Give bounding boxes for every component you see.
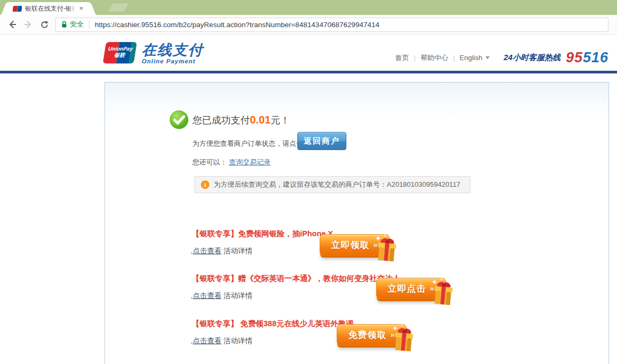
tab-title: 银联在线支付-银行卡综合 [25, 4, 76, 13]
logo-subtitle: Online Payment [142, 58, 204, 64]
tab-close-icon[interactable]: × [77, 4, 85, 13]
promo-title: 【银联专享】 免费领388元在线少儿英语外教课 [192, 319, 354, 329]
nav-separator: | [453, 54, 454, 62]
browser-tab[interactable]: 银联在线支付-银行卡综合 × [9, 2, 88, 15]
query-transactions-link[interactable]: 查询交易记录 [229, 158, 271, 166]
also-line: 您还可以： 查询交易记录 [192, 158, 271, 167]
info-icon: i [201, 180, 209, 189]
secure-badge[interactable]: 安全 [61, 20, 84, 29]
unionpay-favicon-icon [12, 6, 22, 12]
merchant-hint: 为方便您查看商户订单状态，请点击 [192, 139, 303, 148]
order-notice-text: 为方便后续查询交易，建议留存该笔交易的商户订单号：A20180103095942… [214, 180, 460, 189]
promo-detail-link[interactable]: ,点击查看 [191, 337, 222, 345]
site-header: UnionPay 银联 在线支付 Online Payment 首页 | 帮助中… [0, 35, 617, 71]
promo-title: 【银联专享】赠《交际英语一本通》，教你如何变身社交达人 [192, 274, 401, 284]
payment-amount: 0.01 [250, 114, 271, 126]
promo-detail-link[interactable]: ,点击查看 [191, 292, 222, 300]
url-text[interactable]: https://cashier.95516.com/b2c/payResult.… [95, 21, 379, 29]
success-message: 您已成功支付0.01元！ [192, 114, 290, 127]
address-bar[interactable]: 安全 https://cashier.95516.com/b2c/payResu… [55, 18, 608, 32]
new-tab-button[interactable] [107, 3, 129, 12]
header-nav: 首页 | 帮助中心 | English 24小时客服热线 95516 [395, 49, 608, 66]
nav-separator: | [414, 54, 416, 62]
promo-link-line: ,点击查看 活动详情 [191, 246, 253, 256]
logo-title: 在线支付 [142, 42, 204, 58]
return-to-merchant-button[interactable]: 返回商户 [297, 132, 346, 150]
lock-icon [61, 21, 67, 28]
tab-strip: 银联在线支付-银行卡综合 × [0, 0, 617, 15]
back-button[interactable] [5, 18, 19, 31]
logo-wordmark: 在线支付 Online Payment [142, 42, 204, 64]
refresh-button[interactable] [37, 18, 51, 31]
promo-button-claim-now[interactable]: 立即领取» [320, 233, 401, 263]
promo-link-line: ,点击查看 活动详情 [191, 291, 253, 301]
nav-home-link[interactable]: 首页 [395, 53, 409, 63]
unionpay-card-icon: UnionPay 银联 [103, 42, 137, 63]
promo-title: 【银联专享】免费领网银险，抽iPhone X [192, 229, 333, 239]
success-check-icon [169, 110, 189, 129]
result-panel: 您已成功支付0.01元！ 为方便您查看商户订单状态，请点击 返回商户 您还可以：… [104, 82, 609, 364]
gift-box-icon [373, 233, 401, 263]
promo-button-free-claim[interactable]: 免费领取» [337, 322, 418, 353]
unionpay-card-text: UnionPay 银联 [103, 46, 136, 59]
nav-help-link[interactable]: 帮助中心 [420, 53, 448, 63]
forward-button[interactable] [21, 18, 35, 31]
promo-detail-link[interactable]: ,点击查看 [191, 247, 222, 255]
hotline-number: 95516 [566, 49, 608, 66]
forward-arrow-icon [23, 20, 33, 29]
back-arrow-icon [7, 20, 17, 29]
order-notice-bar: i 为方便后续查询交易，建议留存该笔交易的商户订单号：A201801030959… [194, 176, 470, 193]
chevron-down-icon[interactable] [485, 56, 490, 59]
language-dropdown[interactable]: English [460, 54, 483, 62]
gift-box-icon [429, 276, 457, 307]
secure-label: 安全 [70, 20, 84, 29]
hotline-label: 24小时客服热线 [504, 53, 561, 63]
browser-window: 银联在线支付-银行卡综合 × 安全 https://cashier.95516.… [0, 0, 617, 364]
refresh-icon [40, 20, 49, 29]
browser-toolbar: 安全 https://cashier.95516.com/b2c/payResu… [0, 15, 617, 35]
promo-button-click-now[interactable]: 立即点击» [376, 276, 457, 307]
unionpay-logo: UnionPay 银联 在线支付 Online Payment [104, 42, 204, 64]
omnibox-divider [89, 20, 90, 29]
page-content: 您已成功支付0.01元！ 为方便您查看商户订单状态，请点击 返回商户 您还可以：… [0, 73, 617, 364]
promo-link-line: ,点击查看 活动详情 [191, 336, 253, 346]
gift-box-icon [390, 322, 418, 353]
